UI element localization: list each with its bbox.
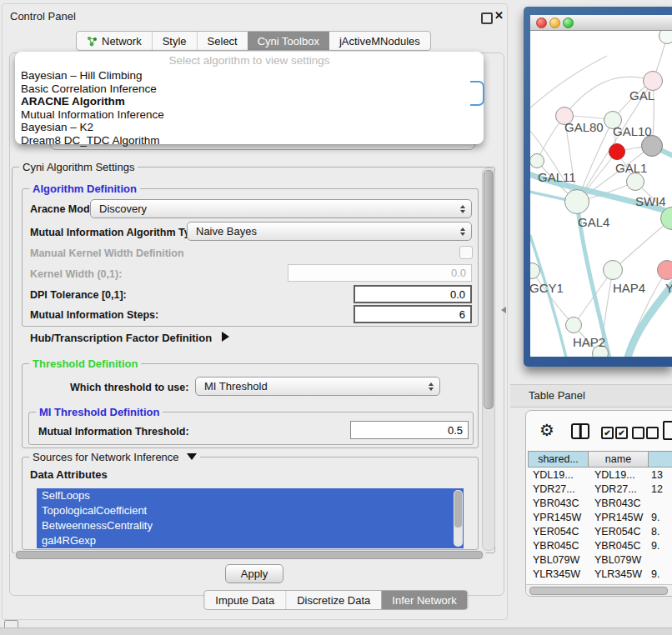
dropdown-item[interactable]: Bayesian – Hill Climbing	[19, 69, 479, 82]
table-panel-title: Table Panel	[529, 385, 585, 407]
application: { "control_panel": { "title": "Control P…	[0, 0, 672, 635]
column-header-shared[interactable]: shared...	[528, 451, 589, 468]
mi-threshold-label: Mutual Information Threshold:	[38, 426, 189, 438]
deselect-all-checkbox-icon[interactable]	[632, 427, 644, 439]
sources-group-title[interactable]: Sources for Network Inference	[29, 451, 200, 463]
node-label: GAL	[629, 88, 654, 102]
table-row[interactable]: YLR345WYLR345W9.	[528, 568, 671, 582]
dropdown-item[interactable]: Dream8 DC_TDC Algorithm	[19, 134, 479, 148]
mi-steps-input[interactable]: 6	[354, 305, 472, 323]
node-label: SWI4	[635, 194, 666, 208]
mi-threshold-definition-title: MI Threshold Definition	[36, 406, 163, 418]
tab-discretize-data[interactable]: Discretize Data	[285, 591, 381, 609]
collapse-down-icon	[187, 453, 197, 460]
settings-vertical-scrollbar[interactable]	[482, 168, 495, 551]
node-label: HAP2	[573, 335, 605, 349]
node-label: GAL1	[615, 161, 647, 175]
gear-icon[interactable]: ⚙	[539, 422, 554, 438]
column-header-partial[interactable]	[648, 451, 672, 468]
column-header-name[interactable]: name	[588, 451, 649, 468]
tab-infer-network[interactable]: Infer Network	[381, 591, 467, 609]
node-hap2[interactable]	[565, 317, 582, 333]
spinner-arrows-icon	[429, 382, 434, 391]
table-horizontal-scrollbar[interactable]	[526, 584, 672, 597]
node-gal4[interactable]	[564, 189, 589, 214]
mi-type-label: Mutual Information Algorithm Type:	[30, 227, 205, 238]
table-row[interactable]: YER054CYER054C8.	[528, 525, 671, 539]
algorithm-definition-title: Algorithm Definition	[29, 182, 140, 195]
kernel-width-input[interactable]: 0.0	[288, 264, 472, 282]
tab-impute-data[interactable]: Impute Data	[204, 591, 285, 609]
deselect-all-checkbox-icon[interactable]	[646, 427, 659, 439]
apply-button[interactable]: Apply	[225, 564, 283, 583]
aracne-mode-select[interactable]: Discovery	[90, 199, 472, 218]
tab-style[interactable]: Style	[152, 32, 197, 50]
settings-horizontal-scrollbar[interactable]	[14, 550, 486, 559]
table-row[interactable]: YBR045CYBR045C9.	[528, 539, 671, 553]
tab-network-label: Network	[102, 35, 142, 48]
mi-threshold-input[interactable]: 0.5	[350, 421, 469, 439]
node-label: GAL10	[613, 124, 652, 138]
data-attributes-list: SelfLoops TopologicalCoefficient Between…	[37, 488, 464, 548]
mi-steps-label: Mutual Information Steps:	[30, 309, 158, 321]
dropdown-item[interactable]: Bayesian – K2	[19, 121, 479, 134]
network-icon	[87, 36, 98, 47]
columns-icon[interactable]	[571, 423, 589, 439]
splitter-collapse-icon[interactable]	[501, 307, 506, 313]
node-label: Y	[665, 281, 672, 295]
node-hap4[interactable]	[603, 260, 623, 280]
tab-cyni-toolbox[interactable]: Cyni Toolbox	[248, 32, 329, 50]
node-gal1[interactable]	[626, 172, 644, 191]
spinner-arrows-icon	[460, 228, 465, 236]
table-row[interactable]: YDR27...YDR27...12	[528, 482, 671, 497]
table-row[interactable]: YDL19...YDL19...13	[528, 468, 671, 482]
dropdown-item[interactable]: Basic Correlation Inference	[19, 82, 479, 96]
attribute-list-scrollbar[interactable]	[454, 490, 463, 547]
dpi-tolerance-label: DPI Tolerance [0,1]:	[30, 289, 127, 301]
settings-scroll-thumb[interactable]	[484, 170, 494, 409]
attribute-item[interactable]: TopologicalCoefficient	[37, 503, 464, 518]
dropdown-item[interactable]: Mutual Information Inference	[19, 108, 479, 122]
settings-group-title: Cyni Algorithm Settings	[19, 161, 138, 173]
window-minimize-icon[interactable]	[549, 18, 560, 28]
export-table-icon[interactable]	[663, 421, 672, 440]
which-threshold-select[interactable]: MI Threshold	[195, 377, 440, 396]
dpi-tolerance-input[interactable]: 0.0	[354, 285, 472, 303]
settings-horizontal-thumb[interactable]	[16, 551, 483, 559]
node-pink-red[interactable]	[657, 260, 672, 280]
algorithm-dropdown-placeholder: Select algorithm to view settings	[15, 54, 484, 67]
select-all-checkbox-icon[interactable]: ✔	[601, 427, 614, 439]
aracne-mode-label: Aracne Mode:	[30, 203, 99, 215]
node-label: GAL11	[538, 170, 576, 184]
attribute-item[interactable]: gal4RGexp	[37, 533, 464, 548]
select-all-checkbox-icon[interactable]: ✔	[615, 427, 628, 439]
algorithm-dropdown-popup: Select algorithm to view settings Bayesi…	[15, 52, 484, 144]
network-canvas: GAL GAL80 GAL10 GAL11 GAL1 SWI4 GAL4 GCY…	[530, 31, 672, 357]
attribute-list-scroll-thumb[interactable]	[454, 491, 462, 528]
table-horizontal-thumb[interactable]	[529, 587, 668, 595]
mi-type-select[interactable]: Naive Bayes	[187, 222, 472, 241]
table-row[interactable]: YPR145WYPR145W9.	[528, 511, 671, 525]
table-row[interactable]: YBR043CYBR043C	[528, 497, 671, 511]
bottom-panel-edge	[0, 628, 672, 635]
table-panel-bar: Table Panel	[510, 384, 672, 408]
threshold-definition-title: Threshold Definition	[29, 358, 141, 370]
table-row[interactable]: YBL079WYBL079W	[528, 553, 671, 568]
attribute-item[interactable]: SelfLoops	[37, 488, 464, 503]
node-label: GCY1	[530, 281, 564, 295]
node-table: ⚙ ✔ ✔ shared... name YDL19...YDL19...13 …	[525, 410, 672, 597]
window-zoom-icon[interactable]	[563, 18, 574, 28]
float-window-icon[interactable]	[481, 12, 493, 24]
tab-jactivemnodules[interactable]: jActiveMNodules	[329, 32, 430, 50]
network-window-titlebar[interactable]	[530, 15, 672, 31]
manual-kernel-checkbox[interactable]	[459, 246, 473, 259]
tab-network[interactable]: Network	[77, 32, 152, 50]
window-close-icon[interactable]	[536, 18, 547, 28]
attribute-item[interactable]: BetweennessCentrality	[37, 518, 464, 533]
hub-definition-expander[interactable]: Hub/Transcription Factor Definition	[30, 332, 229, 344]
node-red[interactable]	[609, 143, 625, 160]
dropdown-item-aracne[interactable]: ARACNE Algorithm	[19, 95, 479, 108]
combo-focus-ring-fragment	[470, 81, 484, 106]
tab-select[interactable]: Select	[197, 32, 248, 50]
close-icon[interactable]: ✕	[494, 9, 504, 22]
